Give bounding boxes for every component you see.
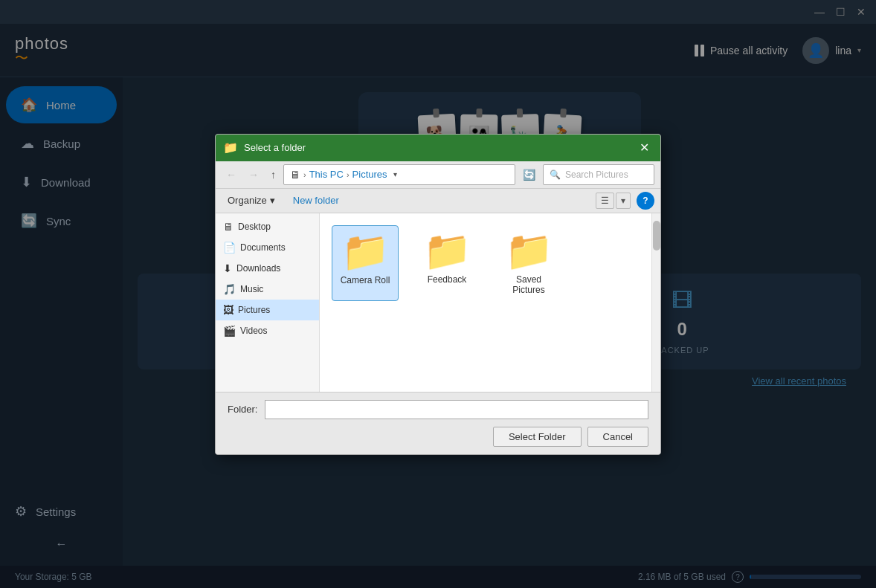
refresh-button[interactable]: 🔄 [518, 166, 540, 184]
dialog-scrollbar[interactable] [651, 213, 660, 392]
documents-icon: 📄 [223, 242, 236, 253]
folder-input-row: Folder: [228, 400, 648, 419]
path-this-pc[interactable]: This PC [309, 169, 344, 180]
view-toggle: ☰ ▾ [596, 193, 631, 209]
dialog-body: 🖥 Desktop 📄 Documents ⬇ Downloads 🎵 Musi… [216, 213, 660, 392]
scrollbar-thumb[interactable] [653, 221, 660, 251]
dialog-nav-pictures[interactable]: 🖼 Pictures [216, 300, 319, 320]
desktop-icon: 🖥 [223, 221, 234, 233]
dialog-nav-downloads-label: Downloads [236, 263, 280, 274]
dialog-title: Select a folder [244, 142, 306, 153]
dialog-nav-documents[interactable]: 📄 Documents [216, 237, 319, 258]
up-button[interactable]: ↑ [266, 166, 280, 184]
dialog-close-button[interactable]: ✕ [635, 139, 653, 157]
dialog-overlay: 📁 Select a folder ✕ ← → ↑ 🖥 › This PC › … [0, 0, 876, 588]
folder-feedback[interactable]: 📁 Feedback [413, 225, 480, 301]
search-icon: 🔍 [550, 169, 561, 180]
new-folder-button[interactable]: New folder [287, 192, 345, 209]
select-folder-button[interactable]: Select Folder [493, 427, 582, 447]
dialog-actions-bar: Organize ▾ New folder ☰ ▾ ? [216, 189, 660, 213]
organize-label: Organize [228, 195, 267, 206]
folder-saved-pictures[interactable]: 📁 Saved Pictures [495, 225, 562, 301]
forward-button[interactable]: → [244, 166, 263, 184]
scrollbar-track [652, 213, 660, 392]
folder-icon: 📁 [423, 231, 471, 270]
dialog-nav-documents-label: Documents [240, 242, 286, 253]
organize-chevron-icon: ▾ [270, 195, 275, 206]
view-list-button[interactable]: ☰ [596, 193, 614, 209]
folder-input[interactable] [265, 400, 648, 419]
back-button[interactable]: ← [222, 166, 241, 184]
dialog-content: 📁 Camera Roll 📁 Feedback 📁 Saved Picture… [320, 213, 651, 392]
view-dropdown-button[interactable]: ▾ [616, 193, 631, 209]
search-bar: 🔍 Search Pictures [543, 164, 654, 185]
downloads-icon: ⬇ [223, 262, 232, 274]
dialog-nav-music-label: Music [240, 284, 263, 294]
dialog-toolbar: ← → ↑ 🖥 › This PC › Pictures ▾ 🔄 🔍 Searc… [216, 161, 660, 189]
path-pictures[interactable]: Pictures [352, 169, 387, 180]
help-button[interactable]: ? [637, 192, 654, 210]
cancel-button[interactable]: Cancel [587, 427, 648, 447]
folder-feedback-label: Feedback [428, 274, 467, 285]
dialog-folder-icon: 📁 [223, 140, 238, 155]
dialog-nav-desktop-label: Desktop [238, 222, 271, 232]
folder-icon: 📁 [505, 231, 553, 270]
folder-saved-pictures-label: Saved Pictures [501, 274, 556, 295]
dialog-titlebar: 📁 Select a folder ✕ [216, 135, 660, 161]
folder-camera-roll-label: Camera Roll [341, 275, 390, 285]
path-dropdown-button[interactable]: ▾ [393, 170, 397, 178]
dialog-buttons: Select Folder Cancel [228, 427, 648, 447]
dialog-footer: Folder: Select Folder Cancel [216, 392, 660, 454]
dialog-nav-videos-label: Videos [240, 326, 267, 336]
select-folder-dialog: 📁 Select a folder ✕ ← → ↑ 🖥 › This PC › … [215, 134, 661, 455]
dialog-nav-pictures-label: Pictures [238, 305, 270, 315]
music-icon: 🎵 [223, 283, 236, 295]
folder-camera-roll[interactable]: 📁 Camera Roll [332, 225, 399, 301]
videos-icon: 🎬 [223, 325, 236, 337]
dialog-sidebar: 🖥 Desktop 📄 Documents ⬇ Downloads 🎵 Musi… [216, 213, 320, 392]
dialog-nav-desktop[interactable]: 🖥 Desktop [216, 216, 319, 237]
pc-icon: 🖥 [290, 169, 300, 181]
folders-grid: 📁 Camera Roll 📁 Feedback 📁 Saved Picture… [320, 213, 651, 313]
organize-button[interactable]: Organize ▾ [222, 192, 281, 209]
dialog-nav-videos[interactable]: 🎬 Videos [216, 320, 319, 341]
pictures-icon: 🖼 [223, 304, 234, 316]
dialog-titlebar-left: 📁 Select a folder [223, 140, 306, 155]
dialog-nav-music[interactable]: 🎵 Music [216, 279, 319, 300]
folder-input-label: Folder: [228, 404, 257, 415]
path-bar: 🖥 › This PC › Pictures ▾ [283, 164, 515, 185]
dialog-nav-downloads[interactable]: ⬇ Downloads [216, 258, 319, 279]
search-placeholder: Search Pictures [565, 169, 628, 180]
folder-icon: 📁 [341, 232, 390, 271]
